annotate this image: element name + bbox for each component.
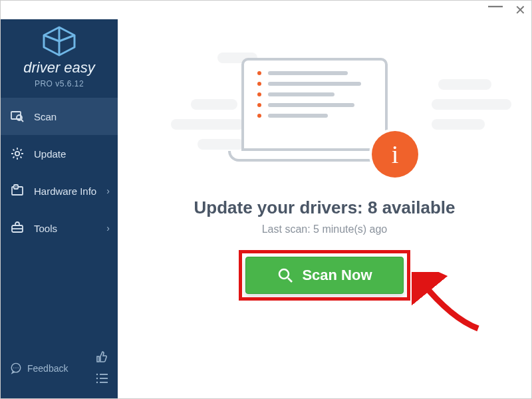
svg-point-13	[17, 367, 18, 368]
gear-icon	[10, 147, 25, 160]
scan-now-label: Scan Now	[302, 267, 372, 284]
logo-icon	[41, 26, 77, 57]
annotation-arrow	[412, 272, 485, 332]
feedback-label: Feedback	[27, 363, 68, 374]
brand-name: driver easy	[23, 59, 95, 76]
chat-icon	[10, 362, 22, 374]
sidebar-footer: Feedback	[1, 344, 118, 398]
svg-line-3	[21, 120, 23, 122]
svg-point-12	[15, 367, 16, 368]
nav: Scan Update	[1, 98, 118, 247]
feedback-button[interactable]: Feedback	[10, 362, 68, 374]
list-icon[interactable]	[95, 373, 108, 386]
close-button[interactable]: ✕	[515, 3, 526, 17]
chevron-right-icon: ›	[106, 186, 110, 196]
brand-version: PRO v5.6.12	[35, 79, 84, 88]
minimize-button[interactable]: —	[488, 0, 503, 13]
info-badge-icon: i	[372, 131, 418, 178]
chevron-right-icon: ›	[106, 223, 110, 233]
svg-point-16	[96, 378, 98, 379]
svg-point-20	[279, 269, 289, 279]
sidebar-item-scan[interactable]: Scan	[1, 98, 118, 135]
svg-point-7	[15, 186, 17, 188]
laptop-illustration: i	[235, 58, 414, 184]
app-window: — ✕ driver easy PRO v5.6.12	[0, 0, 532, 399]
scan-now-button[interactable]: Scan Now	[245, 257, 404, 294]
titlebar: — ✕	[1, 1, 531, 19]
logo: driver easy PRO v5.6.12	[1, 19, 118, 98]
scan-highlight: Scan Now	[239, 250, 410, 301]
thumbs-up-icon[interactable]	[95, 350, 108, 366]
scan-icon	[10, 110, 25, 123]
magnifier-icon	[277, 267, 294, 284]
sidebar: driver easy PRO v5.6.12 Scan	[1, 19, 118, 398]
sidebar-item-hardware[interactable]: Hardware Info ›	[1, 172, 118, 209]
main-panel: i Update your drivers: 8 available Last …	[118, 19, 531, 398]
svg-point-11	[13, 367, 14, 368]
svg-point-4	[15, 152, 19, 156]
tools-icon	[10, 221, 25, 235]
headline: Update your drivers: 8 available	[194, 198, 455, 218]
svg-point-18	[96, 382, 98, 383]
sidebar-item-label: Hardware Info	[34, 186, 96, 197]
sidebar-item-label: Update	[34, 148, 66, 160]
svg-line-21	[288, 278, 292, 282]
svg-point-14	[96, 374, 98, 375]
hardware-icon	[10, 184, 25, 198]
sidebar-item-update[interactable]: Update	[1, 135, 118, 172]
sidebar-item-label: Scan	[34, 111, 57, 122]
last-scan-text: Last scan: 5 minute(s) ago	[262, 223, 388, 235]
sidebar-item-tools[interactable]: Tools ›	[1, 209, 118, 247]
sidebar-item-label: Tools	[34, 223, 57, 234]
